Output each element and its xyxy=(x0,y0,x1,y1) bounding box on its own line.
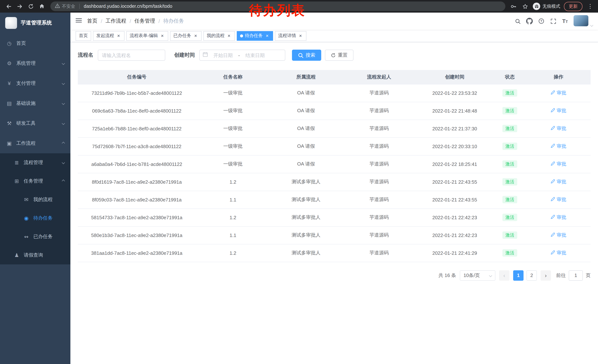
back-icon[interactable] xyxy=(4,1,13,11)
sidebar-item[interactable]: ✉ 我的流程 xyxy=(0,190,70,209)
approve-button[interactable]: 审批 xyxy=(551,232,566,238)
table-column-header[interactable]: 所属流程 xyxy=(270,70,342,84)
star-icon[interactable] xyxy=(521,2,529,10)
tab[interactable]: 我的流程 × xyxy=(203,31,235,40)
process-cell: 测试多审批人 xyxy=(270,244,342,262)
table-column-header[interactable]: 状态 xyxy=(493,70,526,84)
table-row[interactable]: 725a1eb6-7b88-11ec-8ef0-acde48001122 一级审… xyxy=(78,120,590,138)
approve-button[interactable]: 审批 xyxy=(551,250,566,256)
fontsize-icon[interactable]: TT xyxy=(559,16,571,27)
tab[interactable]: 发起流程 × xyxy=(93,31,125,40)
table-column-header[interactable]: 任务编号 xyxy=(78,70,196,84)
sidebar-item[interactable]: ¥ 支付管理 xyxy=(0,73,70,93)
approve-button[interactable]: 审批 xyxy=(551,125,566,132)
close-icon[interactable]: × xyxy=(298,33,303,38)
created-time-cell: 2022-01-22 21:48:48 xyxy=(416,102,493,120)
table-row[interactable]: 73211d9d-7b9b-11ec-b5b7-acde48001122 一级审… xyxy=(78,84,590,102)
table-column-header[interactable]: 任务名称 xyxy=(196,70,270,84)
initiator-cell: 芋道源码 xyxy=(342,155,416,173)
created-time-cell: 2022-01-21 22:42:23 xyxy=(416,226,493,244)
sidebar-item[interactable]: ↭ 已办任务 xyxy=(0,227,70,246)
search-icon[interactable] xyxy=(512,16,523,27)
approve-button[interactable]: 审批 xyxy=(551,107,566,114)
approve-button[interactable]: 审批 xyxy=(551,196,566,203)
goto-page-input[interactable] xyxy=(569,270,583,281)
tab[interactable]: 待办任务 × xyxy=(237,31,273,40)
end-date-input[interactable] xyxy=(241,52,269,58)
close-icon[interactable]: × xyxy=(160,33,165,38)
forward-icon[interactable] xyxy=(15,1,25,11)
help-icon[interactable]: ? xyxy=(536,16,547,27)
task-id-cell: 8f0d1619-7ac8-11ec-a9e2-a2380e71991a xyxy=(78,173,196,191)
tab[interactable]: 流程详情 × xyxy=(275,31,307,40)
todo-task-icon: ◉ xyxy=(23,215,30,221)
initiator-cell: 芋道源码 xyxy=(342,120,416,138)
reload-icon[interactable] xyxy=(26,1,36,11)
sidebar-item[interactable]: ◉ 待办任务 xyxy=(0,209,70,227)
close-icon[interactable]: × xyxy=(116,33,121,38)
logo[interactable]: 芋道管理系统 xyxy=(0,13,70,33)
prev-page-button[interactable]: ‹ xyxy=(499,270,509,281)
tab[interactable]: 已办任务 × xyxy=(170,31,201,40)
table-row[interactable]: 8f0d1619-7ac8-11ec-a9e2-a2380e71991a 1.2… xyxy=(78,173,590,191)
kebab-menu-icon[interactable]: ⋮ xyxy=(586,2,594,10)
breadcrumb-item[interactable]: 工作流程 xyxy=(106,18,126,24)
my-process-icon: ✉ xyxy=(23,197,30,202)
address-bar[interactable]: 不安全 dashboard.yudao.iocoder.cn/bpm/task/… xyxy=(50,1,505,11)
table-column-header[interactable]: 操作 xyxy=(526,70,590,84)
github-icon[interactable] xyxy=(524,16,535,27)
approve-button[interactable]: 审批 xyxy=(551,178,566,185)
start-date-input[interactable] xyxy=(209,52,237,58)
key-icon[interactable] xyxy=(509,2,517,10)
table-column-header[interactable]: 流程发起人 xyxy=(342,70,416,84)
table-row[interactable]: 75d72608-7b7f-11ec-a3c8-acde48001122 一级审… xyxy=(78,138,590,155)
sidebar-item[interactable]: ▤ 基础设施 xyxy=(0,93,70,113)
close-icon[interactable]: × xyxy=(226,33,232,38)
sidebar-toggle-button[interactable] xyxy=(75,18,82,24)
close-icon[interactable]: × xyxy=(193,33,198,38)
date-range-picker[interactable]: - xyxy=(199,50,285,61)
breadcrumb-item[interactable]: 任务管理 xyxy=(134,18,155,24)
initiator-cell: 芋道源码 xyxy=(342,173,416,191)
table-row[interactable]: 381aa1dd-7ac8-11ec-a9e2-a2380e71991a 1.2… xyxy=(78,244,590,262)
search-button[interactable]: 搜索 xyxy=(292,50,321,61)
table-row[interactable]: 8f059c03-7ac8-11ec-a9e2-a2380e71991a 1.1… xyxy=(78,191,590,209)
table-row[interactable]: a6aba0a4-7b6d-11ec-b781-acde48001122 一级审… xyxy=(78,155,590,173)
table-row[interactable]: 58154733-7ac8-11ec-a9e2-a2380e71991a 1.2… xyxy=(78,209,590,226)
reset-button[interactable]: 重置 xyxy=(325,50,353,61)
sidebar-item[interactable]: ⊞ 任务管理 xyxy=(0,172,70,190)
page-size-select[interactable]: 10条/页 xyxy=(460,270,495,281)
next-icon: › xyxy=(545,272,547,278)
sidebar-item[interactable]: ▣ 工作流程 xyxy=(0,133,70,153)
sidebar-item[interactable]: ⚒ 研发工具 xyxy=(0,113,70,133)
process-name-input[interactable] xyxy=(98,50,165,61)
sidebar-item[interactable]: ◷ 首页 xyxy=(0,33,70,53)
approve-button[interactable]: 审批 xyxy=(551,90,566,96)
table-column-header[interactable]: 创建时间 xyxy=(416,70,493,84)
fullscreen-icon[interactable] xyxy=(548,16,559,27)
page-number-button[interactable]: 2 xyxy=(526,270,537,281)
next-page-button[interactable]: › xyxy=(540,270,551,281)
tab[interactable]: 流程表单-编辑 × xyxy=(126,31,168,40)
breadcrumb-item[interactable]: 首页 xyxy=(87,18,98,24)
approve-button[interactable]: 审批 xyxy=(551,214,566,221)
table-body: 73211d9d-7b9b-11ec-b5b7-acde48001122 一级审… xyxy=(78,84,590,262)
sidebar-item[interactable]: ♟ 请假查询 xyxy=(0,246,70,264)
sidebar-item[interactable]: ⚙ 系统管理 xyxy=(0,53,70,73)
approve-button[interactable]: 审批 xyxy=(551,161,566,167)
table-row[interactable]: 069c6a63-7b8a-11ec-8ef0-acde48001122 一级审… xyxy=(78,102,590,120)
chevron-down-icon xyxy=(62,82,65,85)
update-button[interactable]: 更新 xyxy=(564,2,582,11)
tab[interactable]: 首页 × xyxy=(75,31,91,40)
user-avatar[interactable] xyxy=(573,15,593,27)
breadcrumb-item[interactable]: 待办任务 xyxy=(163,18,184,24)
table-row[interactable]: 580e1b3d-7ac8-11ec-a9e2-a2380e71991a 1.1… xyxy=(78,226,590,244)
approve-button[interactable]: 审批 xyxy=(551,143,566,150)
chevron-down-icon xyxy=(62,161,65,164)
sidebar-item[interactable]: ≣ 流程管理 xyxy=(0,153,70,172)
home-icon[interactable] xyxy=(37,1,47,11)
page-number-button[interactable]: 1 xyxy=(513,270,523,281)
security-indicator[interactable]: 不安全 xyxy=(55,3,75,9)
url-text[interactable]: dashboard.yudao.iocoder.cn/bpm/task/todo xyxy=(84,4,172,9)
close-icon[interactable]: × xyxy=(265,33,270,38)
